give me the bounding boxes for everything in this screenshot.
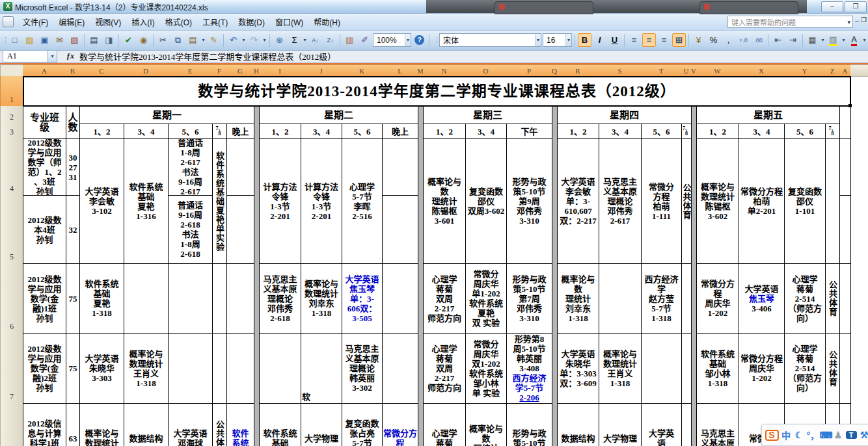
column-header-X[interactable]: X [739, 64, 785, 77]
select-all-corner[interactable] [0, 64, 23, 77]
print-icon[interactable]: ▤ [87, 33, 101, 47]
cell-S3[interactable]: 3、4 [599, 124, 642, 139]
cell-C7[interactable]: 大学英语 朱晓华 3-303 [79, 333, 124, 404]
skin-icon[interactable]: T [846, 431, 857, 439]
chart-wizard-icon[interactable]: ▥ [343, 33, 357, 47]
column-header-A[interactable]: A [839, 64, 851, 77]
merge-center-button[interactable]: ⊞ [672, 33, 686, 47]
chevron-down-icon[interactable]: ▾ [302, 33, 308, 47]
sort-ascending-icon[interactable]: A↓ [308, 33, 322, 47]
cell-B2[interactable]: 人 数 [66, 106, 80, 139]
chevron-down-icon[interactable]: ▾ [535, 34, 541, 46]
open-icon[interactable]: ▨ [23, 33, 36, 47]
cell-AA7[interactable] [839, 333, 851, 404]
cell-G8[interactable]: 软件 系统 [226, 403, 254, 446]
cell-D3[interactable]: 3、4 [124, 124, 169, 139]
cell-N7[interactable]: 心理学 蒋菊 双周 2-217 师范方向 [423, 333, 466, 404]
cell-W8[interactable]: 马克思主 义基本原 [696, 403, 739, 446]
spreadsheet-area[interactable]: ABCDEFGHIJKLMNOPQRSTUVWXYZA12345678数学与统计… [0, 0, 868, 446]
row-header-5[interactable]: 5 [0, 195, 23, 264]
cell-C4[interactable]: 大学英语 李会敏 3-102 [79, 138, 124, 264]
cell-G7[interactable] [226, 333, 254, 404]
row-header-2[interactable]: 2 [0, 106, 23, 124]
zoom-select[interactable]: 100%▾ [373, 33, 411, 47]
cell-G6[interactable] [226, 263, 254, 334]
cell-L6[interactable] [382, 263, 418, 334]
decrease-indent-icon[interactable]: ⇤ [771, 33, 785, 47]
spelling-icon[interactable]: ✔ [122, 33, 135, 47]
cell-D8[interactable]: 数据结构 [124, 403, 169, 446]
cell-AA2[interactable] [839, 106, 851, 139]
column-header-O[interactable]: O [465, 64, 507, 77]
column-header-K[interactable]: K [342, 64, 383, 77]
borders-icon[interactable]: ▦ [806, 33, 819, 47]
column-header-L[interactable]: L [382, 64, 418, 77]
workbook-restore-button[interactable]: ❐ [861, 16, 867, 23]
cell-E8[interactable]: 大学英语 邓海球 [168, 403, 213, 446]
help-icon[interactable]: ? [413, 33, 426, 47]
cell-F7[interactable] [212, 333, 227, 404]
fill-color-icon[interactable]: ▨ [826, 33, 840, 47]
cell-P7[interactable]: 形势第8 周5-10节 韩英丽 3-408 西方经济 学5-7节 2-206 [506, 333, 552, 404]
cut-icon[interactable]: ✂ [156, 33, 170, 47]
menu-item-8[interactable]: 帮助(H) [308, 14, 346, 29]
cell-AA6[interactable] [839, 263, 851, 334]
column-header-B[interactable]: B [66, 64, 80, 77]
cell-W7[interactable]: 软件系统 基础 邹小林 1-318 [696, 333, 739, 404]
cell-F6[interactable] [212, 263, 227, 334]
cell-B4[interactable]: 30 27 31 [66, 138, 80, 196]
name-box-dropdown-icon[interactable]: ▾ [48, 50, 57, 62]
italic-button[interactable]: I [593, 33, 606, 47]
cell-X4[interactable]: 常微分方程 柏萌 单2-201 [739, 138, 785, 264]
underline-button[interactable]: U [608, 33, 621, 47]
align-left-button[interactable]: ≡ [627, 33, 641, 47]
cell-L8[interactable]: 常微分方 程 [382, 403, 418, 446]
column-header-C[interactable]: C [79, 64, 124, 77]
column-header-F[interactable]: F [212, 64, 227, 77]
cell-E3[interactable]: 5、6 [168, 124, 213, 139]
column-header-W[interactable]: W [696, 64, 739, 77]
column-header-A[interactable]: A [23, 64, 66, 77]
cell-K7[interactable]: 马克思主 义基本原 理概论 韩英丽 3-302 [342, 333, 383, 404]
punctuation-icon[interactable]: °， [807, 428, 818, 441]
research-icon[interactable]: ◉ [137, 33, 150, 47]
cell-P8[interactable]: 形势与政 策5-10节 [506, 403, 552, 446]
cell-S7[interactable]: 概率论与 数理统计 王肖义 1-318 [599, 333, 642, 404]
column-header-R[interactable]: R [557, 64, 599, 77]
cell-G5[interactable] [226, 195, 254, 264]
formula-value[interactable]: 数学与统计学院2013-2014学年度第二学期专业课课程总表（2012级） [79, 50, 336, 62]
cell-U4[interactable]: 公共体育 [681, 138, 692, 264]
font-name-select[interactable]: 宋体▾ [439, 33, 541, 47]
cell-E6[interactable] [168, 263, 213, 334]
column-header-D[interactable]: D [124, 64, 169, 77]
drawing-icon[interactable]: ✐ [358, 33, 372, 47]
redo-icon[interactable]: ↷ [247, 33, 261, 47]
toolbox-icon[interactable]: ⚒ [859, 430, 868, 440]
cell-W3[interactable]: 1、2 [696, 124, 739, 139]
row-header-3[interactable]: 3 [0, 124, 23, 139]
cell-R8[interactable]: 数据结构 [557, 403, 599, 446]
cell-F4[interactable]: 软件系统基础夏艳单实验 [212, 138, 227, 264]
cell-O4[interactable]: 复变函数 邵仪 双周3-602 [465, 138, 507, 264]
cell-T6[interactable]: 西方经济学 赵方莹 5-7节 1-318 [641, 263, 682, 334]
cell-I4[interactable]: 计算方法 令锋 1-3节 2-201 [259, 138, 301, 264]
cell-K3[interactable]: 5、6 [342, 124, 383, 139]
cell-S4[interactable]: 马克思主 义基本原 理概论 邓伟秀 2-617 [599, 138, 642, 264]
cell-I6[interactable]: 马克思主 义基本原 理概论 邓伟秀 2-618 [259, 263, 301, 334]
cell-A2[interactable]: 专业班 级 [23, 106, 66, 139]
cell-W4[interactable]: 概率论与 数理统计 陈锡枢 3-602 [696, 138, 739, 264]
cell-R6[interactable]: 概率论与数 理统计 刘幸东 1-318 [557, 263, 599, 334]
chevron-down-icon[interactable]: ▾ [200, 33, 206, 47]
cell-E5[interactable]: 普通话 9-16周 2-618 书法 1-8周 2-618 [168, 195, 213, 264]
new-icon[interactable]: □ [8, 33, 21, 47]
column-header-T[interactable]: T [641, 64, 682, 77]
cell-Y6[interactable]: 心理学 蒋菊 2-514 （师范方 向） [784, 263, 826, 334]
cell-K6[interactable]: 大学英语 焦玉琴 单：3- 606双： 3-505 [342, 263, 383, 334]
cell-R2[interactable]: 星期四 [557, 106, 692, 124]
minimize-button[interactable]: ‒ [821, 1, 843, 12]
cell-B8[interactable]: 63 [66, 403, 80, 446]
chevron-down-icon[interactable]: ▾ [241, 33, 247, 47]
cell-A4[interactable]: 2012级数 学与应用 数学（师 范）1、2 、3班 孙钊 [23, 138, 66, 196]
permission-icon[interactable]: ▧ [68, 33, 81, 47]
column-header-N[interactable]: N [423, 64, 466, 77]
